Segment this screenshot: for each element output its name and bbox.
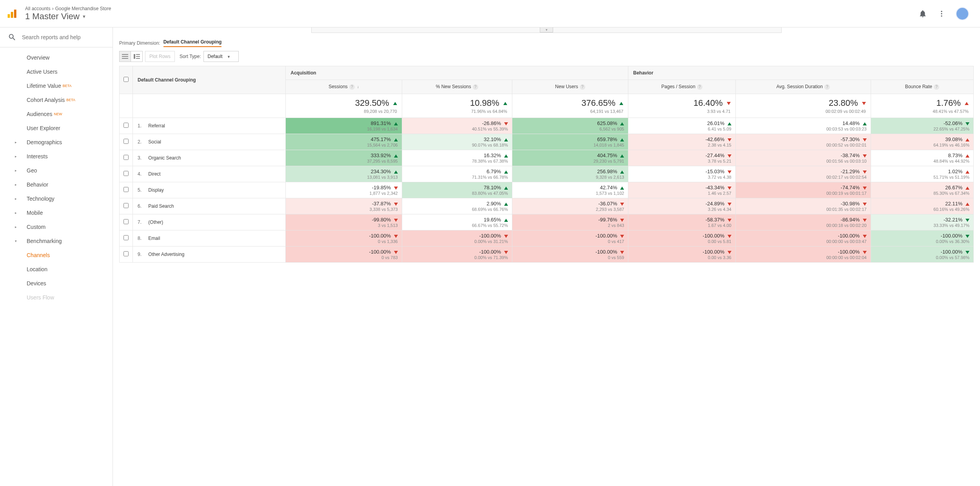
th-avg-duration[interactable]: Avg. Session Duration? [735,80,871,94]
row-checkbox[interactable] [123,251,129,256]
row-dimension[interactable]: 7. (Other) [133,214,286,230]
cell-new-users: 404.75% 29,230 vs 5,791 [512,150,628,166]
nav-location[interactable]: Location [0,262,113,276]
cell-new-users: -100.00% 0 vs 559 [512,247,628,263]
nav-demographics[interactable]: Demographics [0,135,113,149]
nav-overview[interactable]: Overview [0,51,113,65]
search-icon [8,33,16,42]
breadcrumb-property: Google Merchandise Store [55,6,111,11]
nav-audiences[interactable]: AudiencesNEW [0,107,113,121]
row-dimension[interactable]: 9. Other Advertising [133,247,286,263]
row-dimension[interactable]: 6. Paid Search [133,198,286,214]
help-icon[interactable]: ? [697,84,702,90]
breadcrumb-parent[interactable]: All accounts [25,6,51,11]
svg-rect-12 [136,58,140,59]
row-checkbox[interactable] [123,155,129,160]
cell-new-users: 256.98% 9,328 vs 2,613 [512,166,628,182]
summary-new-users: 376.65% 64,191 vs 13,467 [512,94,628,118]
row-checkbox[interactable] [123,219,129,224]
view-selector[interactable]: 1 Master View ▼ [25,11,918,22]
sort-type-select[interactable]: Default ▼ [203,51,239,62]
row-dimension[interactable]: 4. Direct [133,166,286,182]
nav-user-explorer[interactable]: User Explorer [0,121,113,135]
header-actions [918,7,969,20]
primary-dim-label: Primary Dimension: [119,40,160,46]
nav-lifetime-value[interactable]: Lifetime ValueBETA [0,79,113,93]
cell-bounce: -32.21% 33.33% vs 49.17% [871,214,973,230]
row-checkbox[interactable] [123,235,129,240]
nav-technology[interactable]: Technology [0,192,113,206]
help-icon[interactable]: ? [934,84,939,90]
nav-active-users[interactable]: Active Users [0,65,113,79]
row-checkbox[interactable] [123,171,129,176]
th-new-sessions-pct[interactable]: % New Sessions? [402,80,512,94]
row-checkbox[interactable] [123,139,129,144]
cell-pages: -42.66% 2.38 vs 4.15 [628,134,735,150]
more-vert-icon[interactable] [937,9,946,18]
cell-new-users: -100.00% 0 vs 417 [512,230,628,247]
beta-badge: BETA [66,98,75,102]
row-dimension[interactable]: 3. Organic Search [133,150,286,166]
summary-sessions: 329.50% 89,208 vs 20,770 [286,94,402,118]
cell-new-pct: -26.86% 40.51% vs 55.39% [402,118,512,134]
cell-bounce: -52.06% 22.65% vs 47.25% [871,118,973,134]
row-dimension[interactable]: 5. Display [133,182,286,198]
svg-rect-8 [122,58,128,59]
help-icon[interactable]: ? [349,84,355,90]
row-checkbox[interactable] [123,203,129,208]
avatar[interactable] [956,7,969,20]
row-cb-cell [120,182,133,198]
nav-channels[interactable]: Channels [0,248,113,262]
primary-dim-value[interactable]: Default Channel Grouping [163,39,222,47]
summary-row: 329.50% 89,208 vs 20,770 10.98% 71.96% v… [120,94,974,118]
view-flat-button[interactable] [119,51,131,62]
row-dimension[interactable]: 2. Social [133,134,286,150]
cell-bounce: -100.00% 0.00% vs 36.30% [871,230,973,247]
th-sessions[interactable]: Sessions?↓ [286,80,402,94]
notifications-icon[interactable] [918,9,927,18]
cell-bounce: 1.02% 51.71% vs 51.19% [871,166,973,182]
cell-pages: 26.01% 6.41 vs 5.09 [628,118,735,134]
nav-behavior[interactable]: Behavior [0,178,113,192]
nav-users-flow[interactable]: Users Flow [0,290,113,305]
nav-mobile[interactable]: Mobile [0,206,113,220]
row-dimension[interactable]: 1. Referral [133,118,286,134]
cell-bounce: 39.08% 64.19% vs 46.16% [871,134,973,150]
cell-new-pct: 78.10% 83.80% vs 47.05% [402,182,512,198]
cell-new-pct: 19.65% 66.67% vs 55.72% [402,214,512,230]
nav-audiences-label: Audiences [27,111,52,117]
cell-duration: -100.00% 00:00:00 vs 00:02:04 [735,247,871,263]
summary-cb-cell [120,94,133,118]
th-dimension[interactable]: Default Channel Grouping [133,66,286,94]
th-new-users[interactable]: New Users? [512,80,628,94]
collapse-handle[interactable]: ▾ [540,27,553,33]
help-icon[interactable]: ? [824,84,830,90]
svg-rect-6 [122,54,128,55]
sort-desc-icon: ↓ [357,85,359,89]
nav-devices[interactable]: Devices [0,276,113,290]
help-icon[interactable]: ? [580,84,585,90]
cell-bounce: 8.73% 48.84% vs 44.92% [871,150,973,166]
cell-duration: -86.94% 00:00:18 vs 00:02:20 [735,214,871,230]
th-pages-session[interactable]: Pages / Session? [628,80,735,94]
plot-rows-button[interactable]: Plot Rows [145,51,175,62]
nav-benchmarking[interactable]: Benchmarking [0,234,113,248]
nav-geo[interactable]: Geo [0,163,113,178]
row-dimension[interactable]: 8. Email [133,230,286,247]
view-pivot-button[interactable] [131,51,143,62]
nav-custom[interactable]: Custom [0,220,113,234]
summary-bounce: 1.76% 48.41% vs 47.57% [871,94,973,118]
row-checkbox[interactable] [123,123,129,128]
table-row: 4. Direct 234.30% 13,081 vs 3,913 6.79% … [120,166,974,182]
search-input[interactable] [22,34,105,40]
nav-cohort[interactable]: Cohort AnalysisBETA [0,93,113,107]
nav-list: Overview Active Users Lifetime ValueBETA… [0,47,113,308]
nav-interests[interactable]: Interests [0,149,113,163]
cell-new-pct: 6.79% 71.31% vs 66.78% [402,166,512,182]
select-all-checkbox[interactable] [123,77,129,82]
th-bounce-rate[interactable]: Bounce Rate? [871,80,973,94]
help-icon[interactable]: ? [473,84,478,90]
app-header: All accounts › Google Merchandise Store … [0,0,980,27]
row-checkbox[interactable] [123,187,129,192]
table-row: 1. Referral 891.31% 16,198 vs 1,634 -26.… [120,118,974,134]
